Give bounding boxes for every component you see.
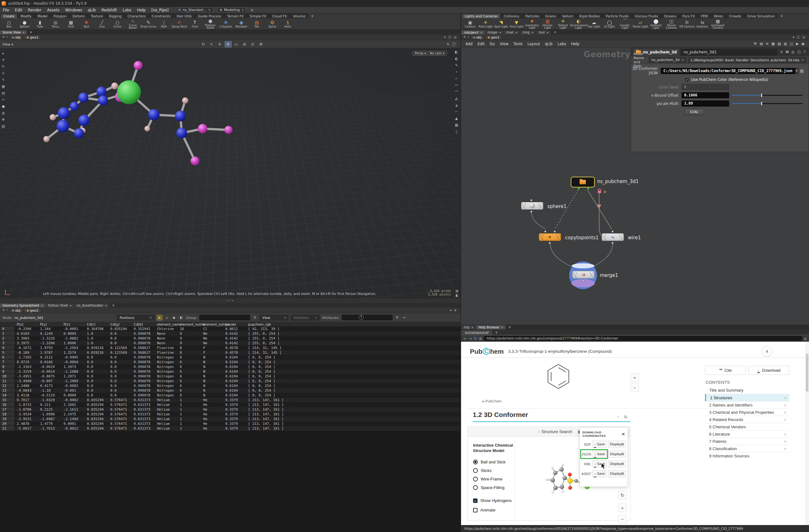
viewer-zoom-in-button[interactable]: + — [618, 503, 627, 512]
prim-icon[interactable]: ▲ — [454, 116, 459, 121]
menu-windows[interactable]: Windows — [62, 7, 85, 13]
close-icon[interactable]: ▪ — [105, 304, 106, 307]
shelf-tool-metaball[interactable]: ◉Metaball — [234, 20, 249, 28]
shelf-tab-guide-process[interactable]: Guide Process — [195, 14, 224, 18]
edit-icon[interactable]: ✎ — [1, 78, 6, 82]
shelf-tool-helix[interactable]: §Helix — [280, 20, 295, 28]
shelf-tool-torus[interactable]: ◎Torus — [48, 20, 63, 28]
node-wire1[interactable]: ∿ wire1 — [602, 233, 624, 241]
grid-icon[interactable]: ▦ — [1, 84, 6, 89]
new-tab-button[interactable]: + — [110, 303, 117, 308]
attributes-input[interactable] — [342, 315, 393, 320]
help-circle-icon[interactable]: ? — [359, 315, 364, 320]
menu-render[interactable]: Render — [25, 7, 44, 13]
forward-icon[interactable]: ⯈ — [6, 35, 9, 39]
radio-ball-and-stick[interactable]: Ball and Stick — [473, 460, 506, 464]
json-path-field[interactable]: C:/Users/NS/Downloads/Conformer3D_COMPOU… — [661, 68, 795, 74]
network-menu-help[interactable]: Help — [569, 42, 582, 46]
back-icon[interactable]: ⯇ — [2, 35, 5, 39]
shelf-tab-constraints[interactable]: Constraints — [149, 14, 173, 18]
output-dot[interactable] — [612, 242, 614, 244]
column-header-element-name[interactable]: element_name — [155, 322, 178, 327]
section-help-icon[interactable]: ◔ — [617, 414, 619, 419]
move-tool-icon[interactable]: ✛ — [217, 41, 223, 47]
menu-help[interactable]: Help — [134, 7, 149, 13]
close-icon[interactable]: ▪ — [22, 31, 24, 34]
shelf-tab-crowds[interactable]: Crowds — [726, 14, 744, 18]
shelf-tab-particle-fluids[interactable]: Particle Fluids — [603, 14, 632, 18]
breadcrumb-obj[interactable]: ▸obj — [10, 308, 23, 313]
pin-icon[interactable]: ➳ — [402, 315, 407, 320]
shelf-tool-point-light[interactable]: ✳Point Light — [478, 20, 493, 28]
target-icon[interactable]: ◎ — [454, 35, 457, 39]
point-display-icon[interactable]: • — [454, 70, 459, 74]
network-menu-layout[interactable]: Layout — [525, 42, 542, 46]
shelf-tool-box[interactable]: ◻Box — [1, 20, 17, 28]
radio-wire-frame[interactable]: Wire-Frame — [473, 477, 502, 481]
input-dot[interactable] — [554, 230, 556, 233]
shelf-tool-vr-camera[interactable]: ✇VR Camera — [679, 20, 694, 28]
table-row[interactable]: 21-5.0017-1.7613-0.00120.8352940.5764710… — [0, 426, 461, 431]
layout-icon[interactable]: ▤ — [1, 91, 6, 96]
back-icon[interactable]: ⯇ — [463, 35, 466, 39]
node-name-field[interactable]: ns_pubchem_3d1 — [681, 49, 777, 55]
shelf-tool-stereo-camera[interactable]: ◫Stereo Camera — [664, 19, 679, 29]
table-row[interactable]: 150.7017-1.0329-0.00020.8352940.5764710.… — [0, 398, 461, 402]
cite-button[interactable]: ””Cite — [705, 366, 746, 375]
view-tool-icon[interactable]: ↻ — [200, 41, 207, 47]
network-menu-tools[interactable]: Tools — [511, 42, 525, 46]
save-json-button[interactable]: ↓ Save — [592, 450, 607, 458]
file-chooser-icon[interactable]: ▤ — [798, 69, 806, 73]
grid-snap-icon[interactable]: ▦ — [771, 42, 775, 46]
detail-toggle-icon[interactable]: ◧ — [179, 315, 184, 320]
pubchem-breadcrumb[interactable]: ▸ PubChem — [483, 399, 501, 404]
shelf-tool-volume-light[interactable]: ▨Volume Light — [540, 19, 555, 29]
corner-icon[interactable]: ⌐ — [454, 109, 459, 114]
close-icon[interactable]: ▪ — [70, 304, 71, 307]
shelf-tool-spray-paint[interactable]: ✐Spray Paint — [172, 20, 187, 28]
node-copytopoints1[interactable]: ❖ copytopoints1 — [539, 233, 561, 241]
section-external-icon[interactable]: ⧉ — [624, 414, 627, 419]
shelf-tab-vellum[interactable]: Vellum — [559, 14, 576, 18]
browser-reload-icon[interactable]: ↻ — [474, 336, 477, 341]
normals-icon[interactable]: ✓ — [454, 76, 459, 81]
shelf-tool-null[interactable]: ✚Null — [79, 20, 94, 28]
shelf-tool-area-light[interactable]: ▼Area Light — [509, 20, 524, 28]
browser-back-icon[interactable]: ← — [464, 336, 467, 341]
new-tab-button[interactable]: + — [27, 30, 35, 34]
home-icon[interactable]: ⌂ — [804, 336, 807, 341]
group-input[interactable] — [200, 315, 250, 320]
breadcrumb-obj[interactable]: ▸obj — [471, 35, 484, 39]
shelf-tool-circle[interactable]: ○Circle — [110, 20, 125, 28]
zoom-in-button[interactable]: + — [631, 373, 639, 382]
close-icon[interactable]: ▪ — [480, 31, 482, 34]
contents-item-5-chemical-vendors[interactable]: 5 Chemical Vendors — [705, 423, 789, 430]
column-header-p-x[interactable]: P[x] — [15, 322, 38, 327]
shelf-tab-characters[interactable]: Characters — [125, 14, 149, 18]
shelf-tool-distant-light[interactable]: ☀Distant Light — [555, 19, 571, 29]
nbound-offset-field[interactable]: 0.1066 — [682, 92, 729, 98]
shade-mode-icon[interactable]: ◐ — [454, 56, 459, 61]
shelf-tool-portal-light[interactable]: ▱Portal Light — [633, 20, 648, 28]
input-dot[interactable] — [544, 230, 546, 233]
collapse-header-button[interactable]: ∧ — [762, 346, 772, 356]
shelf-add-tab-button[interactable]: + — [778, 14, 786, 18]
contents-item-1-structures[interactable]: 1 Structures∨ — [705, 394, 789, 401]
info-icon[interactable]: ⓘ — [448, 35, 451, 39]
persp-view-button[interactable]: Persp ▾ — [412, 51, 429, 56]
shelf-tab-modify[interactable]: Modify — [18, 14, 34, 18]
chevron-down-icon[interactable]: ▾ — [450, 309, 452, 312]
shelf-tab-deform[interactable]: Deform — [70, 14, 88, 18]
shelf-tool-platonic-solids[interactable]: ⬟Platonic Solids — [203, 19, 218, 29]
url-field[interactable]: https://pubchem.ncbi.nlm.nih.gov/compoun… — [484, 336, 802, 341]
network-tab-img[interactable]: /img▪ — [520, 30, 536, 34]
pscale-multi-slider[interactable] — [732, 101, 802, 106]
shelf-tab-collisions[interactable]: Collisions — [501, 14, 522, 18]
asset-name-dropdown[interactable]: ns_pubchem_3d⇅ — [649, 57, 686, 63]
pane-tab-ns-assethandler[interactable]: ns_AssetHandler▪ — [74, 304, 110, 308]
close-icon[interactable]: ▪ — [471, 326, 473, 329]
breadcrumb-obj[interactable]: ▸obj — [10, 35, 23, 39]
shelf-tool-l-system[interactable]: ❋L-System — [218, 20, 234, 28]
menu-labs[interactable]: Labs — [120, 7, 134, 13]
images-icon[interactable]: ◱ — [790, 42, 793, 46]
